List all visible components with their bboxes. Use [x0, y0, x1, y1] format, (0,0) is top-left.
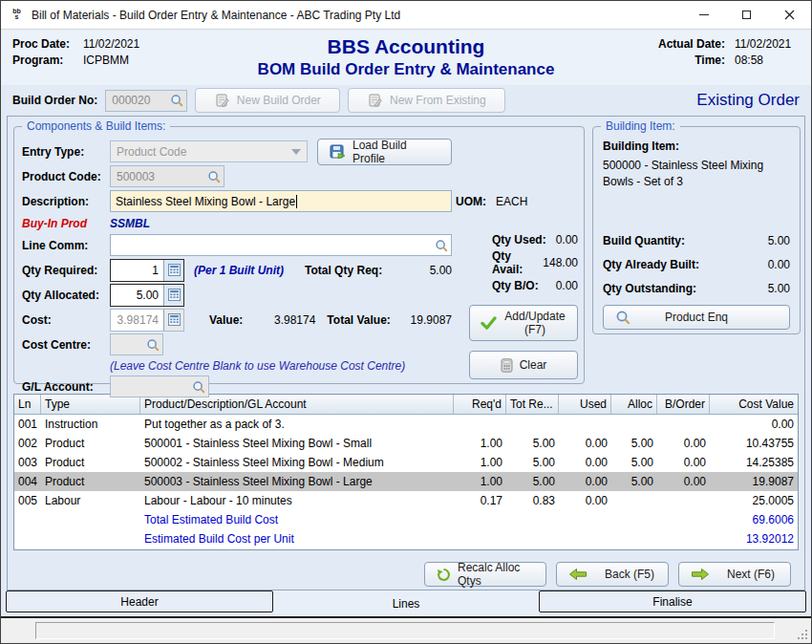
window-title: Bill of Materials - Build Order Entry & … — [32, 9, 400, 22]
chevron-down-icon — [291, 149, 301, 155]
product-enq-button[interactable]: Product Enq — [603, 305, 790, 330]
cost-field[interactable]: 3.98174 — [110, 309, 184, 332]
calculator-icon[interactable] — [163, 285, 183, 306]
col-tot-req[interactable]: Tot Re... — [506, 395, 559, 414]
table-row[interactable]: 002 Product 500001 - Stainless Steel Mix… — [14, 434, 798, 453]
cell-description: Put together as a pack of 3. — [140, 418, 454, 431]
new-build-order-button[interactable]: New Build Order — [195, 88, 340, 113]
build-quantity-value: 5.00 — [768, 234, 790, 247]
cell-alloc: 5.00 — [611, 437, 657, 450]
col-cost-value[interactable]: Cost Value — [710, 395, 798, 414]
minimize-button[interactable] — [682, 1, 725, 29]
qty-required-field[interactable]: 1 — [110, 259, 184, 282]
qty-already-built-label: Qty Already Built: — [603, 258, 699, 271]
col-border[interactable]: B/Order — [657, 395, 710, 414]
search-icon[interactable] — [170, 94, 183, 107]
cell-ln: 001 — [14, 418, 41, 431]
close-button[interactable] — [768, 1, 811, 29]
build-quantity-label: Build Quantity: — [603, 234, 685, 247]
search-icon[interactable] — [435, 239, 448, 252]
cell-tot-req: 0.83 — [506, 494, 559, 507]
cell-used: 0.00 — [559, 437, 611, 450]
cell-cost-value: 0.00 — [710, 418, 798, 431]
cell-reqd: 0.17 — [454, 494, 506, 507]
tab-lines-label: Lines — [393, 597, 420, 611]
clear-button[interactable]: Clear — [469, 351, 578, 379]
cell-used: 0.00 — [559, 494, 611, 507]
new-from-existing-button[interactable]: New From Existing — [348, 88, 505, 113]
qty-allocated-field[interactable]: 5.00 — [110, 284, 184, 307]
description-value: Stainless Steel Mixing Bowl - Large — [116, 195, 295, 208]
cost-centre-field[interactable] — [110, 333, 163, 355]
product-code-value: 500003 — [117, 170, 207, 183]
calculator-icon[interactable] — [163, 260, 183, 281]
col-used[interactable]: Used — [559, 395, 611, 414]
build-order-no-field[interactable]: 000020 — [105, 90, 187, 112]
back-button[interactable]: Back (F5) — [556, 562, 669, 587]
total-build-cost-value: 69.6006 — [710, 513, 798, 526]
table-row[interactable]: 003 Product 500002 - Stainless Steel Mix… — [14, 453, 798, 472]
cell-tot-req: 5.00 — [506, 475, 559, 488]
qty-avail-value: 148.00 — [543, 256, 578, 269]
tab-lines[interactable]: Lines — [273, 590, 539, 616]
description-input[interactable]: Stainless Steel Mixing Bowl - Large — [110, 190, 452, 212]
build-cost-per-unit-value: 13.92012 — [710, 532, 798, 546]
building-item-group-title: Building Item: — [601, 119, 680, 133]
line-comm-input[interactable] — [110, 234, 452, 256]
col-alloc[interactable]: Alloc — [611, 395, 657, 414]
program-label: Program: — [12, 54, 83, 67]
cell-type: Labour — [41, 494, 140, 507]
search-icon[interactable] — [207, 170, 221, 183]
entry-type-label: Entry Type: — [22, 145, 110, 159]
check-icon — [481, 316, 497, 331]
actual-date-label: Actual Date: — [658, 37, 725, 51]
build-cost-per-unit-label: Estimated Build Cost per Unit — [140, 532, 454, 546]
cost-label: Cost: — [22, 313, 110, 327]
tab-finalise[interactable]: Finalise — [539, 590, 806, 612]
gl-account-field[interactable] — [110, 376, 209, 397]
next-button[interactable]: Next (F6) — [678, 562, 791, 587]
table-row[interactable]: 001 Instruction Put together as a pack o… — [14, 415, 798, 434]
lines-tab-page: Components & Build Items: Entry Type: Pr… — [7, 116, 805, 590]
time-label: Time: — [694, 54, 725, 67]
tab-strip: Header Lines Finalise — [1, 590, 811, 618]
components-group-title: Components & Build Items: — [22, 119, 170, 133]
col-reqd[interactable]: Req'd — [454, 395, 506, 414]
cell-description: 500002 - Stainless Steel Mixing Bowl - M… — [140, 456, 454, 469]
qty-allocated-label: Qty Allocated: — [22, 289, 110, 302]
add-update-button[interactable]: Add/Update (F7) — [469, 305, 578, 341]
new-from-existing-label: New From Existing — [390, 94, 486, 107]
recalc-alloc-button[interactable]: Recalc Alloc Qtys — [424, 562, 546, 587]
cell-cost-value: 10.43755 — [710, 437, 798, 450]
add-update-label: Add/Update (F7) — [503, 310, 566, 336]
search-icon[interactable] — [192, 380, 205, 394]
maximize-button[interactable] — [725, 1, 768, 29]
product-code-field[interactable]: 500003 — [110, 165, 224, 187]
total-qty-req-label: Total Qty Req: — [305, 264, 382, 277]
cell-reqd: 1.00 — [454, 456, 506, 469]
cell-description: 500003 - Stainless Steel Mixing Bowl - L… — [140, 475, 454, 488]
minimize-icon — [699, 14, 709, 15]
new-build-order-label: New Build Order — [237, 94, 321, 107]
tab-finalise-label: Finalise — [652, 595, 692, 609]
cell-description: Labour - Labour - 10 minutes — [140, 494, 454, 507]
tab-header[interactable]: Header — [6, 590, 273, 612]
total-build-cost-label: Total Estimated Build Cost — [140, 513, 454, 526]
cell-type: Instruction — [41, 418, 140, 431]
cell-cost-value: 14.25385 — [710, 456, 798, 469]
proc-date-label: Proc Date: — [12, 37, 83, 51]
resize-grip[interactable] — [798, 630, 808, 640]
gl-account-label: G/L Account: — [22, 380, 110, 394]
lines-table: Ln Type Product/Description/GL Account R… — [13, 394, 799, 550]
cell-tot-req: 5.00 — [506, 456, 559, 469]
actual-date-value: 11/02/2021 — [735, 37, 800, 51]
search-icon[interactable] — [146, 338, 160, 352]
uom-value: EACH — [496, 195, 527, 208]
entry-type-select[interactable]: Product Code — [110, 140, 308, 162]
qty-bo-label: Qty B/O: — [492, 279, 539, 292]
table-row[interactable]: 005 Labour Labour - Labour - 10 minutes … — [14, 491, 798, 510]
per-built-unit-note: (Per 1 Built Unit) — [194, 264, 284, 277]
table-row-selected[interactable]: 004 Product 500003 - Stainless Steel Mix… — [14, 472, 798, 491]
qty-used-label: Qty Used: — [492, 233, 546, 247]
load-build-profile-button[interactable]: Load Build Profile — [317, 139, 452, 165]
